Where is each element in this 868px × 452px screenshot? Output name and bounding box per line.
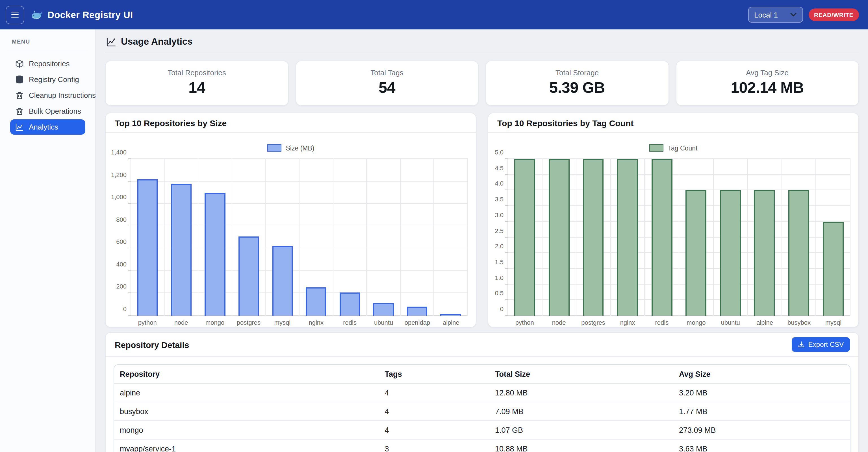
bar-chart-tag-count: Tag Count5.04.54.03.53.02.52.01.51.00.50… bbox=[488, 144, 858, 326]
trash-alt-icon bbox=[15, 107, 24, 115]
export-csv-button[interactable]: Export CSV bbox=[792, 337, 850, 352]
table-cell: 4 bbox=[379, 402, 489, 421]
x-axis-tick-label: postgres bbox=[576, 319, 610, 326]
table-cell: 3 bbox=[379, 439, 489, 452]
sidebar-item-analytics[interactable]: Analytics bbox=[10, 119, 85, 135]
chart-line-icon bbox=[106, 36, 116, 47]
y-axis-tick-label: 200 bbox=[116, 283, 127, 290]
bar-nginx bbox=[306, 287, 327, 316]
bar-openldap bbox=[407, 307, 428, 316]
table-row: mongo41.07 GB273.09 MB bbox=[114, 421, 850, 439]
stat-value: 54 bbox=[296, 79, 478, 97]
sidebar-divider bbox=[7, 50, 88, 50]
bar-python bbox=[515, 159, 535, 316]
table-cell: 3.63 MB bbox=[673, 439, 850, 452]
y-axis-tick-label: 2.5 bbox=[495, 227, 503, 234]
sidebar-item-label: Repositories bbox=[29, 59, 70, 68]
chart-plot-area: 5.04.54.03.53.02.52.01.51.00.50 bbox=[507, 159, 850, 316]
bar-mysql bbox=[823, 222, 843, 316]
x-axis-tick-label: mongo bbox=[198, 319, 232, 326]
x-axis-tick-label: mysql bbox=[816, 319, 850, 326]
y-axis-tick-label: 1.5 bbox=[495, 258, 503, 265]
y-axis-tick-label: 600 bbox=[116, 238, 127, 245]
table-cell: alpine bbox=[114, 383, 379, 402]
legend-swatch bbox=[267, 144, 281, 151]
y-axis-tick-label: 1,000 bbox=[111, 194, 127, 200]
stat-card-total-repositories: Total Repositories 14 bbox=[105, 60, 288, 106]
chart-plot-area: 1,4001,2001,0008006004002000 bbox=[130, 159, 468, 316]
sidebar-item-bulk-operations[interactable]: Bulk Operations bbox=[10, 104, 85, 119]
bar-postgres bbox=[583, 159, 604, 316]
table-cell: 3.20 MB bbox=[673, 383, 850, 402]
bar-postgres bbox=[239, 236, 259, 316]
bar-ubuntu bbox=[373, 303, 394, 316]
stat-card-avg-tag-size: Avg Tag Size 102.14 MB bbox=[676, 60, 859, 106]
registry-selector-value: Local 1 bbox=[754, 10, 778, 19]
x-axis-tick-label: openldap bbox=[400, 319, 434, 326]
bar-busybox bbox=[788, 190, 809, 316]
x-axis-tick-label: nginx bbox=[610, 319, 645, 326]
table-cell: 273.09 MB bbox=[673, 421, 850, 439]
table-cell: 4 bbox=[379, 421, 489, 439]
app-title: Docker Registry UI bbox=[48, 9, 133, 20]
table-cell: 12.80 MB bbox=[489, 383, 673, 402]
bar-nginx bbox=[617, 159, 638, 316]
sidebar: MENU RepositoriesRegistry ConfigCleanup … bbox=[0, 29, 95, 452]
sidebar-item-repositories[interactable]: Repositories bbox=[10, 56, 85, 71]
y-axis-tick-label: 3.0 bbox=[495, 211, 503, 218]
y-axis-tick-label: 0 bbox=[500, 306, 503, 312]
y-axis-tick-label: 400 bbox=[116, 261, 127, 267]
chart-card-tag-count: Top 10 Repositories by Tag Count Tag Cou… bbox=[488, 113, 859, 328]
stat-label: Total Tags bbox=[296, 68, 478, 77]
app-brand: Docker Registry UI bbox=[31, 9, 133, 20]
sidebar-nav: RepositoriesRegistry ConfigCleanup Instr… bbox=[0, 56, 95, 135]
charts-row: Top 10 Repositories by Size Size (MB)1,4… bbox=[105, 113, 859, 328]
main-content: Usage Analytics Total Repositories 14 To… bbox=[95, 29, 868, 452]
chart-card-size: Top 10 Repositories by Size Size (MB)1,4… bbox=[105, 113, 476, 328]
chart-title: Top 10 Repositories by Tag Count bbox=[488, 113, 858, 133]
table-cell: busybox bbox=[114, 402, 379, 421]
table-column-header: Repository bbox=[114, 365, 379, 383]
stat-label: Total Storage bbox=[486, 68, 668, 77]
table-row: alpine412.80 MB3.20 MB bbox=[114, 383, 850, 402]
repository-table: RepositoryTagsTotal SizeAvg Size alpine4… bbox=[114, 365, 850, 452]
table-column-header: Avg Size bbox=[673, 365, 850, 383]
sidebar-menu-label: MENU bbox=[12, 38, 95, 45]
table-cell: 4 bbox=[379, 383, 489, 402]
x-axis-tick-label: mysql bbox=[266, 319, 299, 326]
hamburger-menu-button[interactable] bbox=[6, 5, 24, 24]
x-axis-tick-label: ubuntu bbox=[713, 319, 747, 326]
sidebar-item-cleanup-instructions[interactable]: Cleanup Instructions bbox=[10, 88, 85, 103]
bar-mysql bbox=[272, 246, 293, 316]
sidebar-item-label: Bulk Operations bbox=[29, 107, 81, 115]
x-axis-tick-label: mongo bbox=[679, 319, 713, 326]
repository-table-container: RepositoryTagsTotal SizeAvg Size alpine4… bbox=[114, 364, 850, 452]
bar-ubuntu bbox=[720, 190, 741, 316]
sidebar-item-label: Analytics bbox=[29, 123, 58, 131]
chevron-down-icon bbox=[790, 12, 797, 17]
y-axis-tick-label: 2.0 bbox=[495, 243, 503, 250]
page-title: Usage Analytics bbox=[121, 36, 193, 47]
sidebar-item-registry-config[interactable]: Registry Config bbox=[10, 72, 85, 87]
repository-details-title: Repository Details bbox=[115, 340, 189, 349]
y-axis-tick-label: 5.0 bbox=[495, 149, 503, 156]
x-axis-tick-label: redis bbox=[645, 319, 679, 326]
y-axis-tick-label: 1,200 bbox=[111, 171, 127, 178]
bar-mongo bbox=[686, 190, 707, 316]
bar-alpine bbox=[440, 314, 461, 316]
table-cell: 10.88 MB bbox=[489, 439, 673, 452]
table-cell: 1.77 MB bbox=[673, 402, 850, 421]
x-axis-tick-label: redis bbox=[333, 319, 367, 326]
table-column-header: Tags bbox=[379, 365, 489, 383]
x-axis-tick-label: node bbox=[164, 319, 198, 326]
registry-selector-dropdown[interactable]: Local 1 bbox=[748, 7, 803, 23]
download-icon bbox=[798, 341, 805, 348]
y-axis-tick-label: 3.5 bbox=[495, 196, 503, 202]
bar-alpine bbox=[754, 190, 775, 316]
chart-legend: Size (MB) bbox=[106, 144, 476, 151]
x-axis-tick-label: node bbox=[541, 319, 576, 326]
export-csv-label: Export CSV bbox=[808, 341, 844, 348]
y-axis-tick-label: 1,400 bbox=[111, 149, 127, 156]
chart-line-icon bbox=[15, 123, 24, 131]
database-icon bbox=[15, 75, 24, 84]
